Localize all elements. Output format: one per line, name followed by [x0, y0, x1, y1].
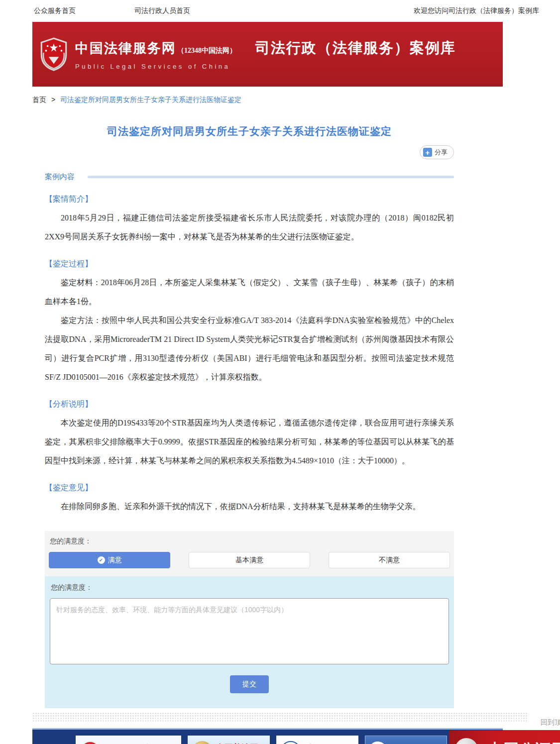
breadcrumb-home-link[interactable]: 首页 [32, 96, 46, 104]
section-heading-analysis: 【分析说明】 [45, 395, 454, 414]
share-button[interactable]: + 分享 [420, 145, 454, 159]
satisfaction-label: 您的满意度： [49, 537, 450, 546]
section-heading-opinion: 【鉴定意见】 [45, 478, 454, 497]
option-label: 满意 [108, 556, 122, 565]
ministry-of-justice-emblem-icon: ★ [80, 741, 100, 744]
site-subtitle-en: Public Legal Services of China [75, 63, 456, 70]
feedback-textarea[interactable] [50, 598, 449, 664]
check-circle-icon: ✔ [98, 556, 105, 564]
feedback-label: 您的满意度： [50, 583, 449, 592]
link-title: 中国普法网 [216, 743, 258, 744]
site-header: 中国法律服务网 （12348中国法网） 司法行政（法律服务）案例库 Public… [32, 22, 503, 87]
tab-case-content: 案例内容 [45, 172, 75, 182]
link-title: 中国公证网 [488, 740, 560, 744]
welcome-text: 欢迎您访问司法行政（法律服务）案例库 [414, 6, 539, 15]
site-name-suffix: （12348中国法网） [177, 46, 236, 55]
paragraph: 本次鉴定使用的D19S433等20个STR基因座均为人类遗传标记，遵循孟德尔遗传… [45, 414, 454, 470]
site-emblem-logo [38, 37, 69, 71]
link-banner-legal-aid[interactable]: ★ 中国法律援助网 http://www.chinalegalaid.gov.c… [365, 736, 447, 744]
breadcrumb-current-link[interactable]: 司法鉴定所对同居男女所生子女亲子关系进行法医物证鉴定 [60, 96, 241, 104]
public-service-home-link[interactable]: 公众服务首页 [34, 6, 76, 15]
legal-publicity-logo-icon: LP [192, 741, 212, 744]
link-banner-ministry-of-justice[interactable]: ★ 中华人民共和国司法部 Ministry of Justice P.R.C [76, 736, 181, 744]
top-bar: 公众服务首页 司法行政人员首页 欢迎您访问司法行政（法律服务）案例库 [0, 0, 560, 22]
notary-emblem-icon: 公 [455, 738, 478, 744]
section-heading-case-brief: 【案情简介】 [45, 190, 454, 209]
option-label: 不满意 [379, 556, 400, 565]
page-title: 司法鉴定所对同居男女所生子女亲子关系进行法医物证鉴定 [45, 124, 454, 138]
option-label: 基本满意 [235, 556, 263, 565]
link-banner-china-notary[interactable]: 公 中国公证网 [449, 730, 560, 744]
section-heading-process: 【鉴定过程】 [45, 254, 454, 273]
option-unsatisfied-button[interactable]: 不满意 [329, 552, 450, 568]
link-banner-legal-publicity[interactable]: LP 中国普法网 legalinfo.gov.cn [188, 736, 270, 744]
feedback-panel: 您的满意度： 提交 [45, 576, 454, 708]
dotted-separator [32, 712, 528, 722]
breadcrumb-separator: > [51, 96, 55, 104]
case-content-tab-row: 案例内容 [45, 172, 454, 182]
website-links-bar: 网站链接： ★ 中华人民共和国司法部 Ministry of Justice P… [32, 728, 503, 744]
tab-underline [88, 176, 454, 178]
lawyer-association-logo-icon: 律 [281, 741, 301, 744]
paragraph: 鉴定方法：按照中华人民共和国公共安全行业标准GA/T 383-2014《法庭科学… [45, 311, 454, 387]
share-label: 分享 [435, 148, 448, 157]
paragraph: 2018年5月29日，福建正德信司法鉴定所接受福建省长乐市人民法院委托，对该院办… [45, 209, 454, 246]
breadcrumb: 首页 > 司法鉴定所对同居男女所生子女亲子关系进行法医物证鉴定 [32, 96, 560, 105]
case-library-title: 司法行政（法律服务）案例库 [255, 38, 456, 58]
submit-button[interactable]: 提交 [230, 675, 269, 693]
share-plus-icon: + [423, 148, 432, 157]
paragraph: 鉴定材料：2018年06月28日，本所鉴定人采集林某飞（假定父）、文某雪（孩子生… [45, 273, 454, 311]
legal-aid-shield-icon: ★ [369, 742, 386, 744]
link-banner-china-lawyer[interactable]: 律 中国律师网 中华全国律师协会网站 [276, 736, 358, 744]
option-satisfied-button[interactable]: ✔ 满意 [49, 552, 170, 568]
satisfaction-survey: 您的满意度： ✔ 满意 基本满意 不满意 [45, 531, 454, 576]
site-name: 中国法律服务网 [75, 39, 176, 57]
header-brand[interactable]: 中国法律服务网 （12348中国法网） 司法行政（法律服务）案例库 Public… [75, 38, 456, 70]
judicial-admin-home-link[interactable]: 司法行政人员首页 [134, 6, 190, 15]
article: 司法鉴定所对同居男女所生子女亲子关系进行法医物证鉴定 + 分享 案例内容 【案情… [32, 124, 503, 708]
option-basically-satisfied-button[interactable]: 基本满意 [189, 552, 310, 568]
back-to-top-button[interactable]: 回到顶部 [541, 718, 560, 727]
paragraph: 在排除同卵多胞、近亲和外源干扰的情况下，依据DNA分析结果，支持林某飞是林某希的… [45, 497, 454, 516]
